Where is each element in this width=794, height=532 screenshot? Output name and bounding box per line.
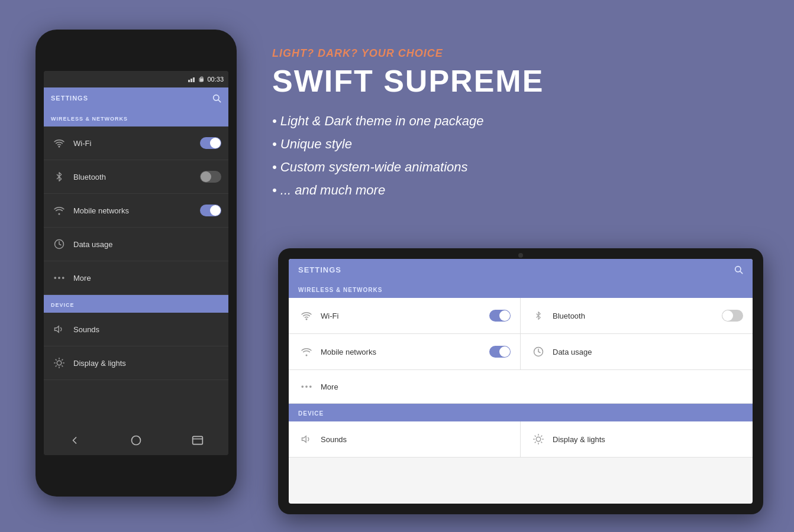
svg-marker-35 [302, 436, 306, 443]
status-time: 00:33 [207, 76, 224, 83]
svg-line-22 [56, 366, 56, 366]
bullet-2: Unique style [272, 135, 781, 154]
tablet-mobile-item[interactable]: Mobile networks [289, 334, 521, 370]
phone-nav-bar [44, 426, 228, 455]
tablet-display-icon [530, 431, 547, 447]
svg-point-13 [62, 277, 64, 279]
svg-rect-5 [200, 79, 204, 82]
svg-point-11 [54, 277, 56, 279]
bullet-3: Custom system-wide animations [272, 158, 781, 177]
phone-device: 00:33 SETTINGS WIRELESS & NETWORKS Wi-Fi [35, 30, 237, 497]
tablet-bluetooth-label: Bluetooth [553, 312, 722, 320]
tablet-sounds-label: Sounds [321, 435, 511, 444]
tablet-bluetooth-toggle[interactable] [722, 310, 743, 322]
svg-line-40 [541, 442, 542, 443]
svg-line-44 [541, 436, 542, 436]
svg-rect-25 [193, 436, 203, 444]
bluetooth-toggle[interactable] [200, 171, 221, 183]
mobile-icon [51, 202, 67, 219]
tablet-bluetooth-icon [530, 307, 547, 324]
phone-body: 00:33 SETTINGS WIRELESS & NETWORKS Wi-Fi [35, 30, 237, 497]
svg-point-8 [59, 146, 60, 147]
svg-marker-0 [188, 80, 190, 82]
sounds-label: Sounds [73, 325, 221, 334]
tablet-bluetooth-item[interactable]: Bluetooth [521, 298, 753, 334]
phone-wireless-section: WIRELESS & NETWORKS [44, 109, 228, 126]
home-button[interactable] [129, 433, 143, 447]
tablet-wifi-icon [298, 307, 315, 324]
recents-button[interactable] [191, 433, 205, 447]
svg-line-7 [218, 100, 221, 102]
tablet-wifi-item[interactable]: Wi-Fi [289, 298, 521, 334]
svg-marker-1 [191, 79, 192, 82]
svg-point-12 [58, 277, 60, 279]
tablet-mobile-label: Mobile networks [321, 348, 489, 356]
promo-section: LIGHT? DARK? YOUR CHOICE SWIFT SUPREME L… [272, 47, 781, 217]
svg-line-28 [740, 271, 743, 274]
display-icon [51, 355, 67, 371]
phone-screen: 00:33 SETTINGS WIRELESS & NETWORKS Wi-Fi [44, 71, 228, 455]
svg-point-15 [57, 361, 62, 365]
tablet-mobile-toggle[interactable] [489, 346, 511, 358]
phone-data-item[interactable]: Data usage [44, 228, 228, 261]
tablet-device-grid: Sounds Display & lights [289, 421, 753, 458]
tablet-sounds-item[interactable]: Sounds [289, 421, 521, 458]
svg-point-34 [309, 385, 312, 388]
svg-point-24 [132, 436, 141, 445]
data-label: Data usage [73, 240, 221, 249]
back-button[interactable] [67, 433, 82, 447]
bluetooth-icon [51, 168, 67, 185]
phone-device-section: DEVICE [44, 295, 228, 313]
tablet-data-item[interactable]: Data usage [521, 334, 753, 370]
more-label: More [73, 274, 221, 283]
phone-more-item[interactable]: More [44, 261, 228, 295]
tablet-device: SETTINGS WIRELESS & NETWORKS Wi-Fi [278, 248, 763, 514]
wifi-label: Wi-Fi [73, 139, 200, 148]
svg-line-39 [535, 436, 535, 436]
tablet-more-icon [298, 378, 315, 395]
phone-settings-label: SETTINGS [51, 95, 88, 102]
tablet-body: SETTINGS WIRELESS & NETWORKS Wi-Fi [278, 248, 763, 514]
tablet-more-label: More [321, 382, 743, 391]
tablet-screen: SETTINGS WIRELESS & NETWORKS Wi-Fi [289, 259, 753, 504]
tablet-more-item[interactable]: More [289, 370, 753, 404]
wifi-toggle[interactable] [200, 137, 221, 149]
more-icon [51, 270, 67, 286]
phone-status-bar: 00:33 [44, 71, 228, 87]
tablet-settings-label: SETTINGS [298, 265, 341, 274]
svg-marker-14 [55, 326, 59, 333]
phone-display-item[interactable]: Display & lights [44, 346, 228, 380]
bluetooth-label: Bluetooth [73, 173, 200, 181]
svg-point-30 [306, 355, 307, 356]
tablet-network-grid: Wi-Fi Bluetooth [289, 298, 753, 370]
svg-point-32 [301, 385, 304, 388]
svg-point-33 [305, 385, 308, 388]
wifi-icon [51, 135, 67, 151]
mobile-toggle[interactable] [200, 205, 221, 216]
tablet-data-icon [530, 343, 547, 360]
svg-line-23 [62, 359, 63, 360]
svg-line-18 [56, 359, 56, 360]
tablet-wireless-section: WIRELESS & NETWORKS [289, 280, 753, 298]
tablet-wifi-label: Wi-Fi [321, 312, 489, 320]
bullet-1: Light & Dark theme in one package [272, 112, 781, 131]
tablet-display-label: Display & lights [553, 435, 743, 444]
phone-sounds-item[interactable]: Sounds [44, 313, 228, 346]
phone-mobile-item[interactable]: Mobile networks [44, 194, 228, 228]
svg-line-19 [62, 366, 63, 366]
mobile-label: Mobile networks [73, 206, 200, 215]
promo-tagline: LIGHT? DARK? YOUR CHOICE [272, 47, 781, 60]
tablet-display-item[interactable]: Display & lights [521, 421, 753, 458]
promo-title: SWIFT SUPREME [272, 64, 781, 98]
tablet-wifi-toggle[interactable] [489, 310, 511, 322]
bullet-4: ... and much more [272, 181, 781, 200]
sound-icon [51, 321, 67, 338]
svg-marker-2 [193, 77, 195, 82]
phone-settings-header: SETTINGS [44, 87, 228, 109]
tablet-data-label: Data usage [553, 348, 743, 356]
svg-line-43 [535, 442, 535, 443]
phone-wifi-item[interactable]: Wi-Fi [44, 126, 228, 160]
data-icon [51, 236, 67, 252]
phone-bluetooth-item[interactable]: Bluetooth [44, 160, 228, 194]
tablet-mobile-icon [298, 343, 315, 360]
